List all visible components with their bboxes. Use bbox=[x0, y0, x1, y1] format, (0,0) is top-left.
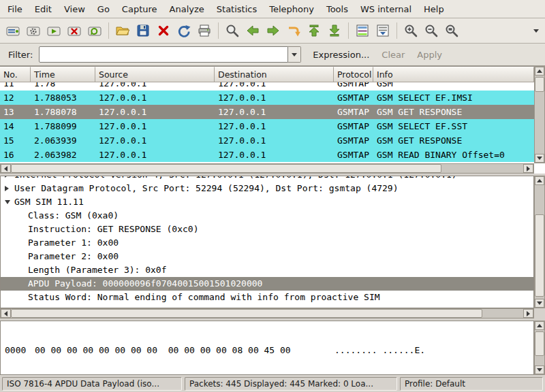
go-back-button[interactable] bbox=[243, 20, 263, 41]
detail-line-instruction[interactable]: Instruction: GET RESPONSE (0xc0) bbox=[1, 223, 533, 236]
restart-capture-button[interactable] bbox=[84, 20, 105, 41]
column-header-source[interactable]: Source bbox=[95, 67, 215, 82]
column-header-info[interactable]: Info bbox=[373, 67, 534, 82]
scroll-up-button[interactable] bbox=[535, 176, 544, 185]
toolbar-overflow-button[interactable] bbox=[530, 22, 542, 39]
scrollbar-trough[interactable] bbox=[535, 76, 544, 154]
scrollbar-trough[interactable] bbox=[11, 309, 523, 318]
go-forward-button[interactable] bbox=[263, 20, 283, 41]
detail-line-length[interactable]: Length (Parameter 3): 0x0f bbox=[1, 263, 533, 277]
go-to-packet-button[interactable] bbox=[283, 20, 304, 41]
list-capture-interfaces-button[interactable] bbox=[3, 20, 23, 41]
menubar: File Edit View Go Capture Analyze Statis… bbox=[0, 0, 545, 18]
print-button[interactable] bbox=[194, 20, 215, 41]
menu-help[interactable]: Help bbox=[418, 1, 450, 17]
profile-status[interactable]: Profile: Default bbox=[400, 377, 543, 391]
expander-collapsed-icon[interactable] bbox=[5, 186, 9, 191]
menu-ws-internal[interactable]: WS internal bbox=[354, 1, 418, 17]
detail-line-parameter2[interactable]: Parameter 2: 0x00 bbox=[1, 250, 533, 263]
details-hscrollbar[interactable] bbox=[0, 308, 534, 318]
start-capture-button[interactable] bbox=[44, 20, 64, 41]
reload-button[interactable] bbox=[174, 20, 194, 41]
hex-vscrollbar[interactable] bbox=[534, 321, 545, 375]
detail-line-apdu-payload-selected[interactable]: APDU Payload: 000000096f0704001500150102… bbox=[1, 277, 533, 291]
scrollbar-thumb[interactable] bbox=[535, 77, 544, 92]
scroll-right-button[interactable] bbox=[523, 164, 533, 173]
packet-row-15[interactable]: 15 2.063939 127.0.0.1 127.0.0.1 GSMTAP G… bbox=[0, 133, 534, 148]
apply-button[interactable]: Apply bbox=[411, 47, 448, 63]
filter-button[interactable]: Filter: bbox=[3, 48, 37, 62]
scroll-left-button[interactable] bbox=[1, 309, 11, 318]
save-file-button[interactable] bbox=[133, 20, 153, 41]
colorize-button[interactable] bbox=[352, 20, 373, 41]
scroll-down-button[interactable] bbox=[535, 299, 544, 308]
detail-line-udp[interactable]: User Datagram Protocol, Src Port: 52294 … bbox=[1, 182, 533, 195]
filter-input[interactable] bbox=[39, 46, 288, 63]
packet-row-14[interactable]: 14 1.788099 127.0.0.1 127.0.0.1 GSMTAP G… bbox=[0, 119, 534, 133]
detail-line-ip[interactable]: Internet Protocol Version 4, Src: 127.0.… bbox=[1, 176, 533, 182]
details-vscrollbar[interactable] bbox=[534, 176, 545, 308]
column-header-protocol[interactable]: Protocol bbox=[334, 67, 373, 82]
menu-file[interactable]: File bbox=[1, 1, 29, 17]
scrollbar-trough[interactable] bbox=[535, 185, 544, 299]
column-header-destination[interactable]: Destination bbox=[215, 67, 334, 82]
open-file-button[interactable] bbox=[112, 20, 133, 41]
scrollbar-thumb[interactable] bbox=[11, 164, 441, 173]
zoom-out-button[interactable] bbox=[421, 20, 441, 41]
scroll-right-button[interactable] bbox=[523, 309, 533, 318]
scrollbar-thumb[interactable] bbox=[11, 309, 482, 318]
cell-source: 127.0.0.1 bbox=[95, 119, 215, 133]
cell-protocol: GSMTAP bbox=[334, 133, 373, 148]
menu-view[interactable]: View bbox=[58, 1, 91, 17]
clear-button[interactable]: Clear bbox=[375, 47, 411, 63]
menu-statistics[interactable]: Statistics bbox=[211, 1, 263, 17]
scroll-up-button[interactable] bbox=[535, 67, 544, 76]
filter-dropdown-button[interactable] bbox=[288, 46, 301, 63]
menu-analyze[interactable]: Analyze bbox=[164, 1, 211, 17]
zoom-original-icon bbox=[444, 23, 459, 38]
scrollbar-thumb[interactable] bbox=[535, 214, 544, 296]
hex-bytes[interactable]: 00 00 00 00 00 00 00 00 00 00 00 00 08 0… bbox=[35, 344, 334, 356]
menu-go[interactable]: Go bbox=[91, 1, 116, 17]
packet-row-13-selected[interactable]: 13 1.788078 127.0.0.1 127.0.0.1 GSMTAP G… bbox=[0, 105, 534, 119]
column-header-no[interactable]: No. bbox=[0, 67, 31, 82]
scrollbar-thumb[interactable] bbox=[535, 331, 544, 356]
menu-telephony[interactable]: Telephony bbox=[263, 1, 320, 17]
scrollbar-trough[interactable] bbox=[535, 330, 544, 365]
expression-button[interactable]: Expression... bbox=[307, 47, 375, 63]
detail-line-gsm-sim[interactable]: GSM SIM 11.11 bbox=[1, 195, 533, 209]
stop-capture-button[interactable] bbox=[64, 20, 84, 41]
scroll-left-button[interactable] bbox=[1, 164, 11, 173]
menu-edit[interactable]: Edit bbox=[29, 1, 58, 17]
hex-row[interactable]: 000000 00 00 00 00 00 00 00 00 00 00 00 … bbox=[5, 344, 533, 356]
detail-line-class[interactable]: Class: GSM (0xa0) bbox=[1, 209, 533, 223]
packet-list-hscrollbar[interactable] bbox=[0, 163, 534, 174]
column-header-time[interactable]: Time bbox=[31, 67, 95, 82]
expander-collapsed-icon[interactable] bbox=[5, 176, 9, 178]
go-to-bottom-button[interactable] bbox=[324, 20, 345, 41]
menu-capture[interactable]: Capture bbox=[116, 1, 164, 17]
scroll-up-button[interactable] bbox=[535, 321, 544, 330]
find-packet-button[interactable] bbox=[222, 20, 243, 41]
detail-line-status-word[interactable]: Status Word: Normal ending of command wi… bbox=[1, 291, 533, 304]
close-file-button[interactable] bbox=[153, 20, 174, 41]
menu-tools[interactable]: Tools bbox=[320, 1, 354, 17]
scroll-down-button[interactable] bbox=[535, 365, 544, 374]
expander-expanded-icon[interactable] bbox=[5, 200, 10, 204]
stop-capture-icon bbox=[67, 23, 82, 38]
hex-ascii[interactable]: ........ ......E. bbox=[334, 345, 425, 355]
arrow-bottom-icon bbox=[327, 23, 342, 38]
packet-row-11[interactable]: 11 1.78 127.0.0.1 127.0.0.1 GSMTAP GSM bbox=[0, 82, 534, 91]
scroll-down-button[interactable] bbox=[535, 154, 544, 163]
zoom-in-button[interactable] bbox=[401, 20, 421, 41]
capture-options-button[interactable] bbox=[23, 20, 44, 41]
auto-scroll-button[interactable] bbox=[373, 20, 393, 41]
packet-list-vscrollbar[interactable] bbox=[534, 66, 545, 163]
zoom-100-button[interactable] bbox=[441, 20, 462, 41]
scrollbar-trough[interactable] bbox=[11, 164, 523, 173]
go-to-top-button[interactable] bbox=[304, 20, 324, 41]
packet-row-16[interactable]: 16 2.063982 127.0.0.1 127.0.0.1 GSMTAP G… bbox=[0, 148, 534, 162]
cell-no: 13 bbox=[0, 105, 31, 119]
detail-line-parameter1[interactable]: Parameter 1: 0x00 bbox=[1, 236, 533, 250]
packet-row-12[interactable]: 12 1.788053 127.0.0.1 127.0.0.1 GSMTAP G… bbox=[0, 91, 534, 105]
